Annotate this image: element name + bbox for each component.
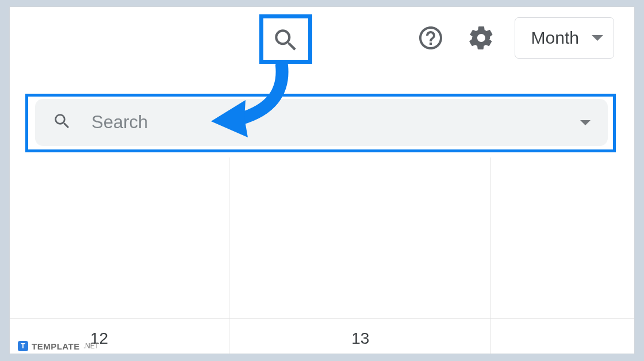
calendar-row: 12 13 xyxy=(10,319,634,354)
search-options-caret-icon[interactable] xyxy=(580,120,591,125)
top-toolbar: Month xyxy=(413,17,614,59)
app-window: Month 12 13 xyxy=(9,6,635,354)
calendar-cell[interactable] xyxy=(490,319,634,354)
help-icon xyxy=(417,24,444,52)
watermark-brand: TEMPLATE xyxy=(32,341,80,351)
gear-icon xyxy=(467,24,495,52)
search-icon-button[interactable] xyxy=(271,26,300,55)
calendar-row xyxy=(10,158,634,319)
calendar-grid: 12 13 xyxy=(10,158,634,353)
search-bar-icon xyxy=(52,112,72,133)
help-button[interactable] xyxy=(413,21,448,55)
calendar-cell[interactable] xyxy=(229,158,490,318)
watermark-logo-icon: T xyxy=(18,341,28,351)
view-dropdown-label: Month xyxy=(531,28,579,48)
view-dropdown[interactable]: Month xyxy=(515,17,614,59)
settings-button[interactable] xyxy=(464,21,499,55)
search-input[interactable] xyxy=(91,112,580,133)
calendar-cell[interactable]: 13 xyxy=(229,319,490,354)
search-bar[interactable] xyxy=(35,99,608,146)
watermark-suffix: .NET xyxy=(83,342,99,350)
day-number: 13 xyxy=(351,329,369,348)
chevron-down-icon xyxy=(592,35,603,41)
search-icon xyxy=(52,112,72,131)
watermark: T TEMPLATE.NET xyxy=(18,341,99,351)
calendar-cell[interactable] xyxy=(10,158,229,318)
search-icon xyxy=(271,26,300,55)
calendar-cell[interactable] xyxy=(490,158,634,318)
